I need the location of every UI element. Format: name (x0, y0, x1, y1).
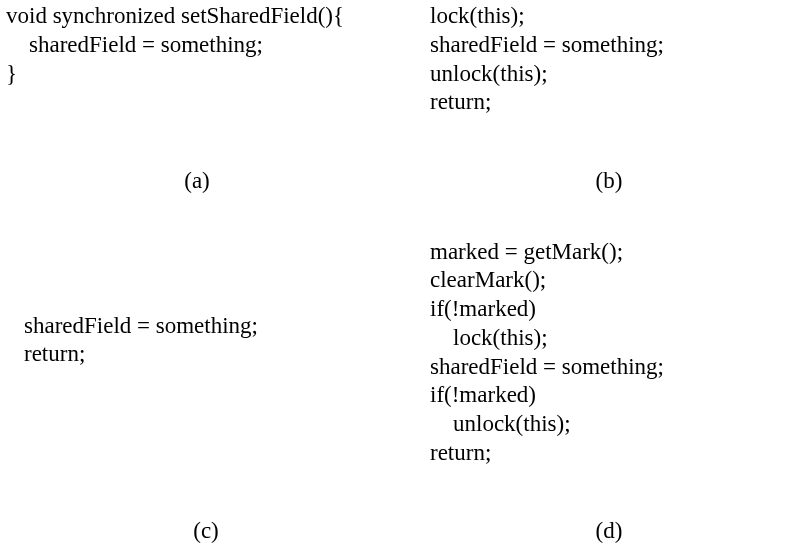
panel-d: marked = getMark(); clearMark(); if(!mar… (400, 222, 800, 557)
panel-b: lock(this); sharedField = something; unl… (400, 0, 800, 222)
panel-a: void synchronized setSharedField(){ shar… (0, 0, 400, 222)
panel-label-a: (a) (6, 168, 388, 222)
panel-c: sharedField = something; return; (c) (0, 222, 400, 557)
panel-label-b: (b) (430, 168, 788, 222)
code-block-c: sharedField = something; return; (24, 312, 388, 370)
code-block-d: marked = getMark(); clearMark(); if(!mar… (430, 238, 788, 468)
code-block-b: lock(this); sharedField = something; unl… (430, 2, 788, 117)
panel-label-c: (c) (24, 518, 388, 556)
figure-grid: void synchronized setSharedField(){ shar… (0, 0, 800, 556)
code-block-a: void synchronized setSharedField(){ shar… (6, 2, 388, 88)
panel-label-d: (d) (430, 518, 788, 556)
